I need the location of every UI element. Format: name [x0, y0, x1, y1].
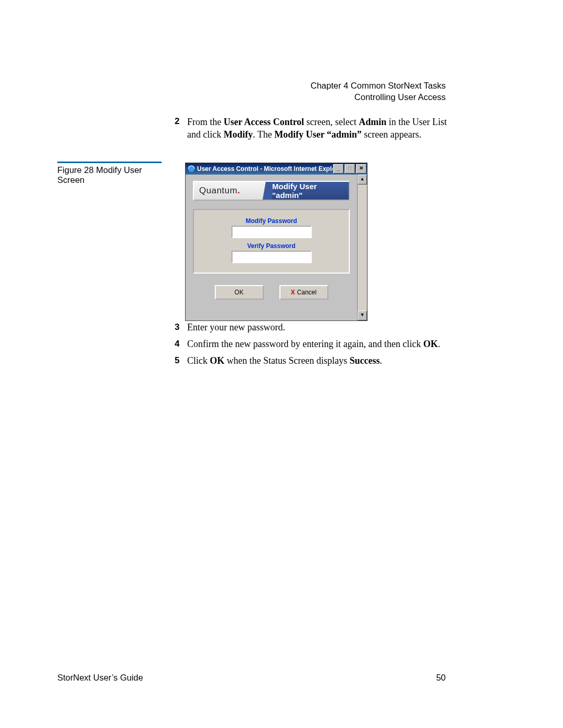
step-4: 4 Confirm the new password by entering i… — [175, 337, 459, 352]
header-divider-icon — [256, 182, 272, 200]
scroll-down-icon[interactable]: ▼ — [358, 311, 367, 320]
minimize-button[interactable]: _ — [333, 164, 344, 174]
window-titlebar[interactable]: User Access Control - Microsoft Internet… — [186, 163, 367, 175]
verify-password-input[interactable] — [231, 251, 312, 263]
quantum-logo: Quantum — [194, 186, 240, 196]
ok-button[interactable]: OK — [215, 285, 264, 300]
modify-password-label: Modify Password — [194, 217, 349, 225]
step-4-text: Confirm the new password by entering it … — [187, 337, 459, 352]
step-2-text: From the User Access Control screen, sel… — [187, 116, 451, 141]
window-content: Quantum Modify User "admin" Modify Passw… — [186, 175, 357, 320]
step-5-text: Click OK when the Status Screen displays… — [187, 354, 459, 368]
step-3-text: Enter your new password. — [187, 320, 459, 335]
running-header-line1: Chapter 4 Common StorNext Tasks — [311, 80, 446, 91]
step-number: 5 — [175, 354, 187, 368]
footer-page-number: 50 — [436, 673, 446, 683]
window-title: User Access Control - Microsoft Internet… — [197, 165, 333, 172]
verify-password-label: Verify Password — [194, 242, 349, 250]
step-5: 5 Click OK when the Status Screen displa… — [175, 354, 459, 368]
scroll-up-icon[interactable]: ▲ — [358, 175, 367, 184]
footer-doc-title: StorNext User’s Guide — [57, 673, 143, 683]
cancel-button[interactable]: XCancel — [279, 285, 328, 300]
app-header: Quantum Modify User "admin" — [193, 181, 350, 201]
ie-window: User Access Control - Microsoft Internet… — [185, 163, 368, 321]
close-button[interactable]: ✕ — [356, 164, 366, 174]
step-number: 3 — [175, 320, 187, 335]
app-header-title: Modify User "admin" — [272, 182, 349, 200]
running-header: Chapter 4 Common StorNext Tasks Controll… — [311, 80, 446, 103]
running-header-line2: Controlling User Access — [311, 91, 446, 103]
ie-logo-icon — [188, 165, 195, 172]
maximize-button[interactable]: □ — [345, 164, 355, 174]
step-2: 2 From the User Access Control screen, s… — [175, 116, 451, 141]
vertical-scrollbar[interactable]: ▲ ▼ — [357, 175, 367, 320]
password-form: Modify Password Verify Password — [193, 209, 350, 274]
step-number: 2 — [175, 116, 187, 141]
step-number: 4 — [175, 337, 187, 352]
modify-password-input[interactable] — [231, 226, 312, 238]
step-3: 3 Enter your new password. — [175, 320, 459, 335]
cancel-x-icon: X — [291, 289, 295, 296]
figure-caption: Figure 28 Modify User Screen — [57, 162, 162, 185]
